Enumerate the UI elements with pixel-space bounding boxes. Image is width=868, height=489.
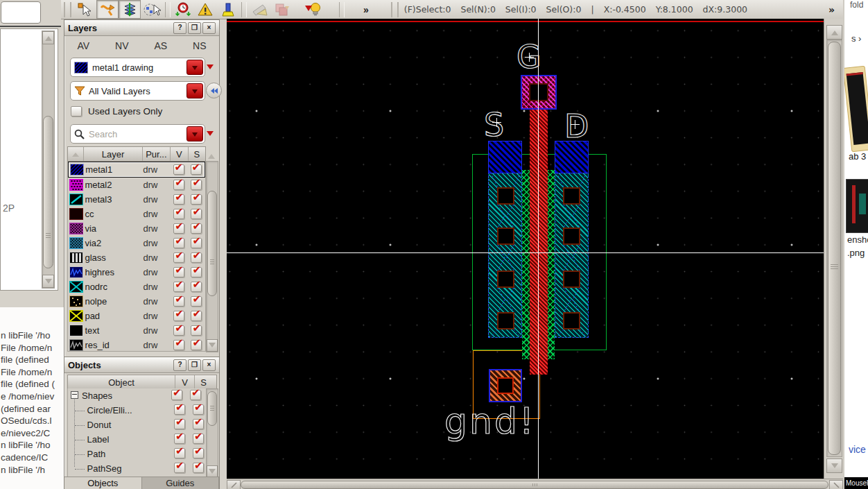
canvas-hscrollbar[interactable]	[227, 479, 843, 489]
search-dropdown-button[interactable]	[186, 126, 203, 141]
layer-row-nodrc[interactable]: nodrcdrw✔✔	[68, 280, 205, 294]
pin-tool-button[interactable]	[173, 0, 195, 19]
screenshot-thumbnail[interactable]	[846, 179, 868, 233]
selectable-checkbox[interactable]: ✔	[193, 434, 204, 444]
tree-row-path[interactable]: Path✔✔	[68, 447, 207, 461]
layer-row-highres[interactable]: highresdrw✔✔	[68, 265, 205, 280]
layer-row-metal3[interactable]: metal3drw✔✔	[68, 192, 205, 207]
browser-link-fragment[interactable]: vice	[849, 444, 866, 455]
selectable-checkbox[interactable]: ✔	[191, 252, 202, 263]
visible-checkbox[interactable]: ✔	[174, 434, 185, 444]
tree-expander-icon[interactable]	[68, 391, 82, 401]
visible-checkbox[interactable]: ✔	[173, 238, 184, 248]
folder-thumbnail[interactable]	[843, 66, 868, 153]
visible-checkbox[interactable]: ✔	[173, 194, 184, 205]
layer-scroll-thumb[interactable]	[207, 191, 217, 296]
search-extra-dropdown[interactable]	[207, 131, 214, 139]
toolbar-overflow-button[interactable]: »	[359, 4, 373, 15]
layer-row-nolpe[interactable]: nolpedrw✔✔	[68, 294, 205, 309]
layers-panel-titlebar[interactable]: Layers ? ❐ ×	[64, 20, 219, 36]
tree-row-circleelli[interactable]: Circle/Elli...✔✔	[68, 403, 207, 418]
layer-scroll-down-button[interactable]	[207, 339, 218, 352]
selectable-checkbox[interactable]: ✔	[191, 194, 202, 205]
selectable-checkbox[interactable]: ✔	[193, 404, 204, 415]
canvas-hscroll-thumb[interactable]	[241, 481, 828, 489]
selectable-checkbox[interactable]: ✔	[191, 209, 202, 219]
stretch-tool-button[interactable]	[96, 0, 119, 19]
selectable-checkbox[interactable]: ✔	[193, 419, 204, 429]
float-button[interactable]: ❐	[188, 22, 201, 34]
toolbar-grip[interactable]	[64, 2, 71, 17]
visible-checkbox[interactable]: ✔	[173, 252, 184, 263]
selectable-checkbox[interactable]: ✔	[191, 311, 202, 321]
tab-guides[interactable]: Guides	[142, 477, 220, 489]
copy-tool-button[interactable]	[271, 0, 293, 19]
layer-row-glass[interactable]: glassdrw✔✔	[68, 250, 205, 265]
ciw-input[interactable]	[1, 1, 41, 24]
visible-checkbox[interactable]: ✔	[171, 390, 182, 400]
layer-row-via[interactable]: viadrw✔✔	[68, 221, 205, 236]
layer-filter-field[interactable]: All Valid Layers	[70, 81, 205, 101]
ciw-scroll-thumb[interactable]	[43, 116, 53, 268]
layer-row-res_id[interactable]: res_iddrw✔✔	[68, 338, 205, 352]
layer-filter-dropdown-button[interactable]	[186, 83, 203, 98]
selectable-checkbox[interactable]: ✔	[191, 325, 202, 336]
filter-collapse-button[interactable]	[206, 83, 222, 98]
layer-scroll-up-arrow[interactable]	[208, 151, 215, 159]
used-layers-only-checkbox[interactable]	[71, 106, 82, 117]
canvas-scroll-right-button[interactable]	[829, 480, 843, 489]
visible-checkbox[interactable]: ✔	[173, 180, 184, 190]
visible-checkbox[interactable]: ✔	[173, 340, 184, 350]
copy-dropdown-arrow[interactable]	[305, 6, 312, 15]
selectable-checkbox[interactable]: ✔	[193, 448, 204, 458]
visible-checkbox[interactable]: ✔	[173, 267, 184, 277]
visibility-button-nv[interactable]: NV	[115, 40, 128, 51]
selectable-checkbox[interactable]: ✔	[191, 238, 202, 248]
warning-tool-button[interactable]	[195, 0, 217, 19]
layer-row-pad[interactable]: paddrw✔✔	[68, 309, 205, 323]
selectable-checkbox[interactable]: ✔	[190, 390, 201, 400]
close-button[interactable]: ×	[202, 359, 216, 371]
canvas-scroll-up-button[interactable]	[826, 25, 842, 40]
visible-checkbox[interactable]: ✔	[173, 296, 184, 307]
visible-checkbox[interactable]: ✔	[174, 448, 185, 458]
selectable-checkbox[interactable]: ✔	[193, 463, 204, 473]
active-layer-extra-dropdown[interactable]	[207, 65, 214, 73]
tree-row-pathseg[interactable]: PathSeg✔✔	[68, 461, 207, 476]
visible-checkbox[interactable]: ✔	[173, 223, 184, 234]
selectable-checkbox[interactable]: ✔	[191, 164, 202, 175]
layer-table-scrollbar[interactable]	[206, 161, 218, 352]
selectable-checkbox[interactable]: ✔	[191, 223, 202, 234]
ciw-scrollbar[interactable]	[42, 31, 55, 289]
ciw-scroll-down-button[interactable]	[42, 275, 54, 288]
layer-row-cc[interactable]: ccdrw✔✔	[68, 207, 205, 221]
visible-checkbox[interactable]: ✔	[173, 311, 184, 321]
tree-row-donut[interactable]: Donut✔✔	[68, 418, 207, 432]
selectable-checkbox[interactable]: ✔	[191, 180, 202, 190]
visible-checkbox[interactable]: ✔	[173, 325, 184, 336]
statusbar-overflow-button[interactable]: »	[824, 4, 839, 15]
layer-row-metal2[interactable]: metal2drw✔✔	[68, 178, 205, 192]
visible-checkbox[interactable]: ✔	[173, 282, 184, 292]
objects-scroll-thumb[interactable]	[207, 391, 217, 426]
area-select-tool-button[interactable]	[141, 0, 163, 19]
select-tool-button[interactable]	[74, 0, 96, 19]
active-layer-field[interactable]: metal1 drawing	[70, 58, 205, 77]
ruler-tool-button[interactable]	[249, 0, 271, 19]
visibility-button-ns[interactable]: NS	[193, 40, 206, 51]
visible-checkbox[interactable]: ✔	[174, 463, 185, 473]
visible-checkbox[interactable]: ✔	[174, 419, 185, 429]
visibility-button-as[interactable]: AS	[154, 40, 167, 51]
float-button[interactable]: ❐	[188, 359, 201, 371]
layer-row-text[interactable]: textdrw✔✔	[68, 323, 205, 338]
statusbar-grip[interactable]	[391, 2, 399, 17]
selectable-checkbox[interactable]: ✔	[191, 282, 202, 292]
visibility-button-av[interactable]: AV	[77, 40, 89, 51]
objects-panel-titlebar[interactable]: Objects ? ❐ ×	[64, 357, 219, 373]
visible-checkbox[interactable]: ✔	[174, 404, 185, 415]
tree-row-shapes[interactable]: Shapes✔✔	[68, 388, 207, 403]
objects-scrollbar[interactable]	[206, 388, 218, 478]
layer-row-via2[interactable]: via2drw✔✔	[68, 236, 205, 250]
layer-row-metal1[interactable]: metal1drw✔✔	[68, 162, 205, 178]
active-layer-dropdown-button[interactable]	[186, 60, 203, 75]
